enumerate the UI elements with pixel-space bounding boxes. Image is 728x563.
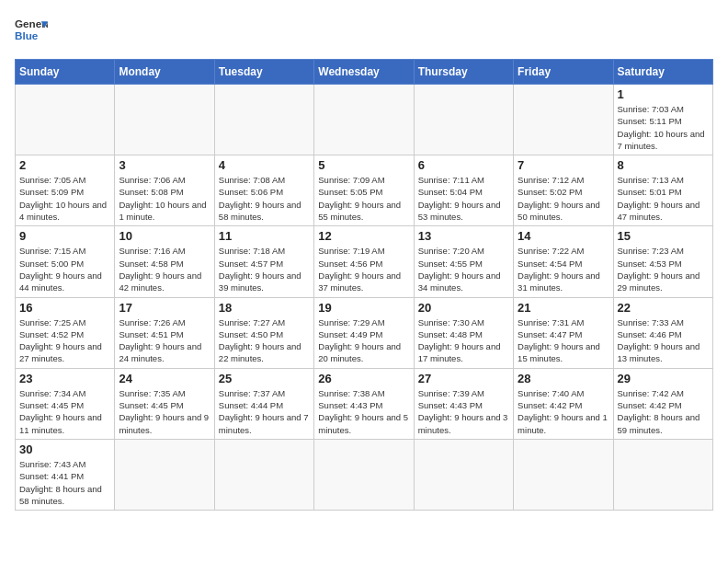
day-number: 12 [318, 229, 409, 243]
day-number: 13 [418, 229, 509, 243]
day-info: Sunrise: 7:33 AMSunset: 4:46 PMDaylight:… [618, 316, 709, 365]
svg-text:Blue: Blue [15, 29, 39, 41]
calendar-cell [115, 439, 214, 510]
calendar-week-0: 1Sunrise: 7:03 AMSunset: 5:11 PMDaylight… [16, 85, 713, 155]
calendar-cell [613, 439, 712, 510]
day-number: 11 [219, 229, 310, 243]
day-info: Sunrise: 7:37 AMSunset: 4:44 PMDaylight:… [219, 387, 310, 436]
day-number: 9 [19, 229, 110, 243]
calendar-cell [16, 85, 115, 155]
calendar-table: SundayMondayTuesdayWednesdayThursdayFrid… [15, 59, 713, 511]
calendar-header-monday: Monday [115, 60, 214, 85]
calendar-header-tuesday: Tuesday [214, 60, 313, 85]
day-number: 18 [219, 301, 310, 315]
day-number: 21 [518, 301, 609, 315]
calendar-cell: 18Sunrise: 7:27 AMSunset: 4:50 PMDayligh… [214, 297, 313, 368]
calendar-week-1: 2Sunrise: 7:05 AMSunset: 5:09 PMDaylight… [16, 155, 713, 226]
day-info: Sunrise: 7:09 AMSunset: 5:05 PMDaylight:… [318, 174, 409, 223]
calendar-week-5: 30Sunrise: 7:43 AMSunset: 4:41 PMDayligh… [16, 439, 713, 510]
calendar-cell [514, 85, 613, 155]
day-info: Sunrise: 7:08 AMSunset: 5:06 PMDaylight:… [219, 174, 310, 223]
day-number: 10 [119, 229, 210, 243]
day-number: 7 [518, 158, 609, 172]
day-info: Sunrise: 7:40 AMSunset: 4:42 PMDaylight:… [518, 387, 609, 436]
calendar-cell: 21Sunrise: 7:31 AMSunset: 4:47 PMDayligh… [514, 297, 613, 368]
day-number: 24 [119, 372, 210, 385]
calendar-cell [214, 85, 313, 155]
calendar-cell: 14Sunrise: 7:22 AMSunset: 4:54 PMDayligh… [514, 226, 613, 297]
day-info: Sunrise: 7:26 AMSunset: 4:51 PMDaylight:… [119, 316, 210, 365]
day-number: 22 [618, 301, 709, 315]
calendar-header-thursday: Thursday [414, 60, 513, 85]
day-info: Sunrise: 7:39 AMSunset: 4:43 PMDaylight:… [418, 387, 509, 436]
calendar-cell: 27Sunrise: 7:39 AMSunset: 4:43 PMDayligh… [414, 368, 513, 439]
calendar-cell: 28Sunrise: 7:40 AMSunset: 4:42 PMDayligh… [514, 368, 613, 439]
calendar-cell: 20Sunrise: 7:30 AMSunset: 4:48 PMDayligh… [414, 297, 513, 368]
calendar-cell: 25Sunrise: 7:37 AMSunset: 4:44 PMDayligh… [214, 368, 313, 439]
day-info: Sunrise: 7:25 AMSunset: 4:52 PMDaylight:… [19, 316, 110, 365]
day-info: Sunrise: 7:06 AMSunset: 5:08 PMDaylight:… [119, 174, 210, 223]
calendar-cell: 17Sunrise: 7:26 AMSunset: 4:51 PMDayligh… [115, 297, 214, 368]
calendar-header-sunday: Sunday [16, 60, 115, 85]
day-number: 30 [19, 442, 110, 456]
calendar-cell [414, 439, 513, 510]
day-info: Sunrise: 7:38 AMSunset: 4:43 PMDaylight:… [318, 387, 409, 436]
day-info: Sunrise: 7:19 AMSunset: 4:56 PMDaylight:… [318, 245, 409, 293]
day-number: 29 [618, 372, 709, 385]
calendar-cell: 3Sunrise: 7:06 AMSunset: 5:08 PMDaylight… [115, 155, 214, 226]
calendar-cell [414, 85, 513, 155]
calendar-cell: 15Sunrise: 7:23 AMSunset: 4:53 PMDayligh… [613, 226, 712, 297]
day-number: 2 [19, 158, 110, 172]
calendar-cell: 26Sunrise: 7:38 AMSunset: 4:43 PMDayligh… [314, 368, 414, 439]
calendar-cell: 12Sunrise: 7:19 AMSunset: 4:56 PMDayligh… [314, 226, 414, 297]
day-info: Sunrise: 7:12 AMSunset: 5:02 PMDaylight:… [518, 174, 609, 223]
day-info: Sunrise: 7:15 AMSunset: 5:00 PMDaylight:… [19, 245, 110, 293]
day-info: Sunrise: 7:03 AMSunset: 5:11 PMDaylight:… [618, 103, 709, 152]
calendar-cell: 30Sunrise: 7:43 AMSunset: 4:41 PMDayligh… [16, 439, 115, 510]
calendar-cell: 1Sunrise: 7:03 AMSunset: 5:11 PMDaylight… [613, 85, 712, 155]
logo: General Blue [15, 15, 48, 48]
day-info: Sunrise: 7:13 AMSunset: 5:01 PMDaylight:… [618, 174, 709, 223]
calendar-cell: 23Sunrise: 7:34 AMSunset: 4:45 PMDayligh… [16, 368, 115, 439]
calendar-cell: 24Sunrise: 7:35 AMSunset: 4:45 PMDayligh… [115, 368, 214, 439]
day-number: 19 [318, 301, 409, 315]
calendar-cell: 11Sunrise: 7:18 AMSunset: 4:57 PMDayligh… [214, 226, 313, 297]
calendar-header-wednesday: Wednesday [314, 60, 414, 85]
day-number: 3 [119, 158, 210, 172]
day-info: Sunrise: 7:16 AMSunset: 4:58 PMDaylight:… [119, 245, 210, 293]
day-number: 6 [418, 158, 509, 172]
calendar-header-row: SundayMondayTuesdayWednesdayThursdayFrid… [16, 60, 713, 85]
day-info: Sunrise: 7:18 AMSunset: 4:57 PMDaylight:… [219, 245, 310, 293]
day-number: 27 [418, 372, 509, 385]
calendar-cell [214, 439, 313, 510]
calendar-cell: 2Sunrise: 7:05 AMSunset: 5:09 PMDaylight… [16, 155, 115, 226]
day-info: Sunrise: 7:42 AMSunset: 4:42 PMDaylight:… [618, 387, 709, 436]
day-info: Sunrise: 7:20 AMSunset: 4:55 PMDaylight:… [418, 245, 509, 293]
calendar-header-saturday: Saturday [613, 60, 712, 85]
day-number: 28 [518, 372, 609, 385]
day-info: Sunrise: 7:05 AMSunset: 5:09 PMDaylight:… [19, 174, 110, 223]
calendar-cell: 8Sunrise: 7:13 AMSunset: 5:01 PMDaylight… [613, 155, 712, 226]
calendar-cell: 4Sunrise: 7:08 AMSunset: 5:06 PMDaylight… [214, 155, 313, 226]
calendar-cell [115, 85, 214, 155]
day-info: Sunrise: 7:29 AMSunset: 4:49 PMDaylight:… [318, 316, 409, 365]
day-info: Sunrise: 7:43 AMSunset: 4:41 PMDaylight:… [19, 458, 110, 507]
calendar-cell [514, 439, 613, 510]
calendar-week-3: 16Sunrise: 7:25 AMSunset: 4:52 PMDayligh… [16, 297, 713, 368]
calendar-cell: 22Sunrise: 7:33 AMSunset: 4:46 PMDayligh… [613, 297, 712, 368]
day-info: Sunrise: 7:30 AMSunset: 4:48 PMDaylight:… [418, 316, 509, 365]
calendar-cell: 5Sunrise: 7:09 AMSunset: 5:05 PMDaylight… [314, 155, 414, 226]
day-number: 25 [219, 372, 310, 385]
calendar-header-friday: Friday [514, 60, 613, 85]
calendar-cell: 29Sunrise: 7:42 AMSunset: 4:42 PMDayligh… [613, 368, 712, 439]
day-info: Sunrise: 7:27 AMSunset: 4:50 PMDaylight:… [219, 316, 310, 365]
day-info: Sunrise: 7:34 AMSunset: 4:45 PMDaylight:… [19, 387, 110, 436]
calendar-cell: 7Sunrise: 7:12 AMSunset: 5:02 PMDaylight… [514, 155, 613, 226]
day-number: 16 [19, 301, 110, 315]
day-info: Sunrise: 7:31 AMSunset: 4:47 PMDaylight:… [518, 316, 609, 365]
day-info: Sunrise: 7:11 AMSunset: 5:04 PMDaylight:… [418, 174, 509, 223]
calendar-week-4: 23Sunrise: 7:34 AMSunset: 4:45 PMDayligh… [16, 368, 713, 439]
day-number: 1 [618, 87, 709, 101]
day-number: 17 [119, 301, 210, 315]
day-number: 20 [418, 301, 509, 315]
